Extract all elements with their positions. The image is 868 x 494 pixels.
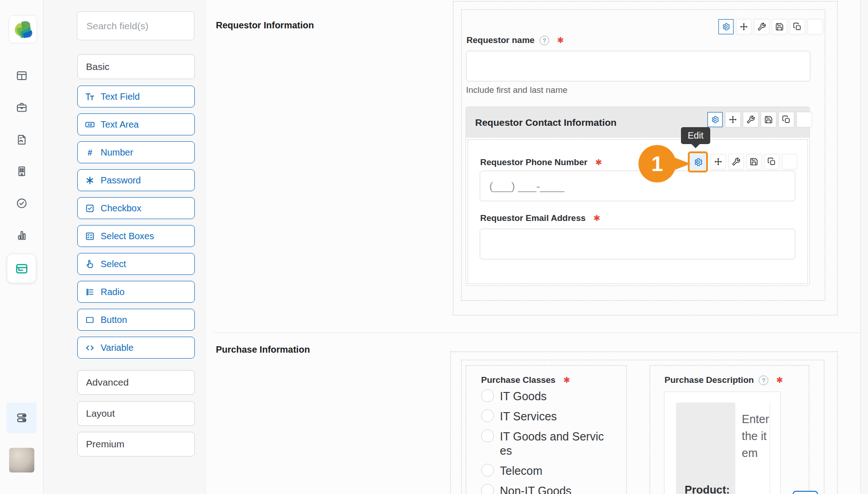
icon-rail: [0, 0, 43, 494]
nav-report[interactable]: [16, 134, 28, 146]
email-input[interactable]: [480, 229, 795, 259]
nav-organization[interactable]: [16, 165, 28, 177]
palette-button[interactable]: Button: [77, 309, 195, 331]
briefcase-icon: [16, 101, 28, 113]
server-icon: [16, 412, 28, 424]
move-button[interactable]: [736, 19, 751, 34]
save-floppy-icon: [764, 115, 773, 124]
requestor-name-label-row: Requestor name ? ✱: [466, 35, 564, 45]
requestor-name-input[interactable]: [466, 51, 810, 81]
logo-icon: [12, 19, 33, 40]
move-icon: [729, 115, 737, 124]
group-basic[interactable]: Basic: [77, 54, 195, 79]
nav-data-sources[interactable]: [6, 403, 37, 433]
save-button[interactable]: [746, 154, 761, 169]
palette-select[interactable]: Select: [77, 253, 195, 275]
nav-window-layout[interactable]: [16, 70, 28, 82]
copy-icon: [782, 115, 791, 124]
blank-toolbar-cell[interactable]: [782, 154, 797, 169]
save-button[interactable]: [772, 19, 787, 34]
nav-analytics[interactable]: [16, 229, 28, 242]
phone-input[interactable]: [480, 171, 795, 201]
svg-text:#: #: [87, 148, 92, 157]
code-variable-icon: [85, 343, 95, 353]
gear-icon: [711, 115, 719, 124]
nav-approvals[interactable]: [16, 197, 28, 209]
radio-option[interactable]: IT Goods: [481, 389, 606, 403]
product-row-label: Product:: [685, 483, 730, 494]
palette-number[interactable]: # Number: [77, 141, 195, 163]
required-asterisk: ✱: [557, 35, 564, 45]
contact-panel-title: Requestor Contact Information: [475, 117, 616, 128]
move-button[interactable]: [725, 112, 740, 127]
radio-option[interactable]: Telecom: [481, 464, 606, 478]
search-input[interactable]: [77, 11, 194, 40]
blank-toolbar-cell[interactable]: [797, 112, 812, 127]
palette-radio[interactable]: Radio: [77, 281, 195, 303]
description-grid: Product: Enter the item: [664, 392, 781, 494]
radio-circle[interactable]: [481, 464, 494, 477]
copy-button[interactable]: [790, 19, 805, 34]
palette-variable[interactable]: Variable: [77, 337, 195, 359]
form-builder-page: Basic Text Field AB Text Area # Number P…: [0, 0, 868, 494]
group-premium[interactable]: Premium: [77, 432, 195, 456]
radio-circle[interactable]: [481, 484, 494, 494]
edit-gear-button[interactable]: [718, 19, 734, 34]
number-icon: #: [85, 147, 95, 158]
radio-circle[interactable]: [481, 389, 494, 402]
svg-text:AB: AB: [87, 123, 92, 127]
wrench-icon: [746, 115, 755, 124]
requestor-name-help-text: Include first and last name: [466, 85, 568, 95]
wrench-icon: [757, 22, 766, 31]
gear-icon: [693, 157, 703, 167]
palette-text-field[interactable]: Text Field: [77, 86, 195, 107]
radio-option[interactable]: IT Goods and Services: [481, 430, 606, 458]
palette-password[interactable]: Password: [77, 169, 195, 191]
radio-circle[interactable]: [481, 409, 494, 422]
building-icon: [16, 165, 28, 177]
radio-option[interactable]: IT Services: [481, 409, 606, 424]
section-title-requestor: Requestor Information: [216, 20, 314, 31]
description-label-row: Purchase Description ? ✱: [664, 375, 783, 385]
save-floppy-icon: [775, 22, 784, 31]
classes-label: Purchase Classes: [481, 375, 556, 385]
section-divider: [214, 333, 861, 333]
edit-json-button[interactable]: [754, 19, 769, 34]
palette-text-area[interactable]: AB Text Area: [77, 113, 195, 135]
radio-circle[interactable]: [481, 430, 494, 442]
palette-search: [77, 11, 194, 40]
nav-briefcase[interactable]: [16, 101, 28, 113]
palette-select-boxes[interactable]: Select Boxes: [77, 225, 195, 247]
group-layout[interactable]: Layout: [77, 401, 195, 426]
required-asterisk: ✱: [595, 157, 602, 167]
step-callout-pointer: [670, 156, 691, 172]
email-label-row: Requestor Email Address ✱: [480, 213, 600, 223]
gear-icon: [722, 22, 730, 31]
edit-gear-button-highlighted[interactable]: [688, 151, 708, 172]
blank-toolbar-cell[interactable]: [808, 19, 823, 34]
edit-gear-button[interactable]: [707, 112, 723, 127]
save-floppy-icon: [750, 157, 758, 166]
form-builder-icon: [15, 262, 29, 276]
edit-json-button[interactable]: [743, 112, 758, 127]
palette-checkbox[interactable]: Checkbox: [77, 197, 195, 219]
user-avatar[interactable]: [9, 448, 34, 473]
copy-button[interactable]: [764, 154, 779, 169]
select-boxes-icon: [85, 231, 95, 242]
move-button[interactable]: [711, 154, 726, 169]
wrench-icon: [732, 157, 740, 166]
group-advanced[interactable]: Advanced: [77, 370, 195, 395]
app-logo[interactable]: [9, 15, 37, 43]
help-question-icon[interactable]: ?: [540, 36, 549, 45]
select-hand-icon: [85, 259, 95, 269]
copy-button[interactable]: [779, 112, 794, 127]
classes-radio-group: IT Goods IT Services IT Goods and Servic…: [481, 389, 606, 494]
save-button[interactable]: [761, 112, 776, 127]
help-question-icon[interactable]: ?: [759, 376, 768, 385]
grid-add-button[interactable]: [793, 491, 818, 494]
requestor-name-label: Requestor name: [466, 35, 535, 45]
edit-json-button[interactable]: [729, 154, 744, 169]
nav-forms-selected[interactable]: [7, 254, 36, 283]
radio-option[interactable]: Non-IT Goods: [481, 484, 606, 494]
required-asterisk: ✱: [563, 375, 570, 385]
